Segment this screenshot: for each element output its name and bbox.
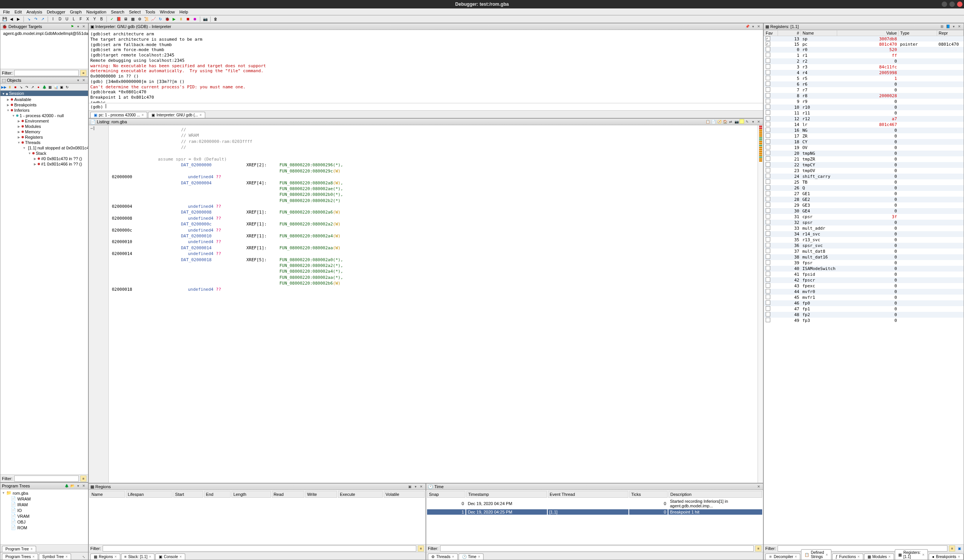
tab-close-icon[interactable]: × (795, 555, 797, 559)
fav-checkbox[interactable] (766, 312, 770, 316)
snapshot-icon[interactable]: 📷 (202, 16, 208, 22)
home-icon[interactable]: 🏠 (722, 119, 728, 124)
fav-checkbox[interactable] (766, 122, 770, 126)
tab-regions[interactable]: ▦Regions× (90, 553, 120, 560)
fav-checkbox[interactable] (766, 53, 770, 57)
fav-checkbox[interactable] (766, 306, 770, 311)
time-row[interactable]: 1Dec 19, 2020 04:25 PM[1.1]0Breakpoint 1… (427, 509, 762, 515)
tree-node-inferior1[interactable]: ▼1 - process 42000 - null (1, 113, 87, 118)
register-row[interactable]: 43fpexc0 (764, 283, 964, 289)
panel-close-icon[interactable]: ✕ (756, 119, 761, 124)
fav-checkbox[interactable] (766, 243, 770, 247)
menu-select[interactable]: Select (127, 10, 142, 14)
register-row[interactable]: 8r82000028 (764, 93, 964, 99)
register-row[interactable]: 34r14_svc0 (764, 231, 964, 237)
fav-checkbox[interactable] (766, 260, 770, 265)
tab-definedstrings[interactable]: 📋Defined Strings× (801, 549, 831, 560)
filter-settings-icon[interactable]: ≡ (949, 545, 955, 552)
panel-close-icon[interactable]: ✕ (81, 78, 86, 83)
fav-checkbox[interactable] (766, 133, 770, 138)
flag-icon[interactable]: ⚑ (70, 24, 75, 29)
fav-checkbox[interactable] (766, 47, 770, 51)
register-row[interactable]: 26Q0 (764, 185, 964, 191)
register-row[interactable]: 46fp00 (764, 300, 964, 306)
chip-icon[interactable]: 🖥 (123, 16, 129, 22)
tab-pc[interactable]: ▣pc: 1 - process 42000 ...× (90, 112, 147, 118)
fav-checkbox[interactable] (766, 36, 770, 41)
register-row[interactable]: 0r0520 (764, 47, 964, 53)
copy-icon[interactable]: 📋 (705, 119, 710, 124)
b-icon[interactable]: B (98, 16, 105, 22)
panel-menu-icon[interactable]: ▾ (75, 24, 81, 29)
fav-checkbox[interactable] (766, 266, 770, 270)
register-row[interactable]: 13sp3007db8 (764, 36, 964, 42)
register-row[interactable]: 2r20 (764, 58, 964, 64)
tree-icon[interactable]: 🌲 (42, 84, 47, 90)
tab-close-icon[interactable]: × (32, 555, 35, 559)
terminal-input-row[interactable]: (gdb) (89, 103, 763, 110)
register-row[interactable]: 4r42005998 (764, 70, 964, 76)
register-row[interactable]: 21tmpZR0 (764, 156, 964, 162)
time-filter-input[interactable] (440, 545, 754, 552)
save-icon[interactable]: 💾 (2, 16, 8, 22)
register-row[interactable]: 20tmpNG0 (764, 151, 964, 156)
prog-tree-item[interactable]: 📄IRAM (1, 502, 87, 507)
panel-menu-icon[interactable]: ▾ (750, 24, 756, 29)
fav-checkbox[interactable] (766, 156, 770, 161)
paste-icon[interactable]: 📄 (711, 119, 716, 124)
panel-close-icon[interactable]: ✕ (419, 484, 424, 489)
forward-icon[interactable]: ▶ (15, 16, 22, 22)
tree-node-thread1[interactable]: ▼[1.1] null stopped at 0x0x0801c470 in ?… (1, 145, 87, 151)
fav-checkbox[interactable] (766, 289, 770, 293)
register-row[interactable]: 3r384c11fc (764, 64, 964, 70)
fav-checkbox[interactable] (766, 197, 770, 201)
register-row[interactable]: 15pc801c470pointer0801c470 (764, 41, 964, 47)
tab-close-icon[interactable]: × (141, 113, 144, 117)
fav-checkbox[interactable] (766, 58, 770, 63)
tree-node-modules[interactable]: ▶Modules (1, 124, 87, 129)
diff-icon[interactable]: ⇄ (728, 119, 733, 124)
tree-node-available[interactable]: ▶Available (1, 97, 87, 102)
register-row[interactable]: 42fpscr0 (764, 277, 964, 283)
tree-root[interactable]: ▼📁rom.gba (1, 490, 87, 496)
fav-checkbox[interactable] (766, 300, 770, 305)
pin-icon[interactable]: 📌 (745, 24, 750, 29)
register-row[interactable]: 31cpsr3f (764, 214, 964, 220)
check-icon[interactable]: ✓ (109, 16, 115, 22)
menu-debugger[interactable]: Debugger (45, 10, 67, 14)
fav-checkbox[interactable] (766, 231, 770, 236)
tab-interpreter[interactable]: ▣Interpreter: GNU gdb (...× (148, 112, 205, 118)
tab-registers[interactable]: ▦Registers: [1.1]× (895, 549, 928, 560)
prog-tree-item[interactable]: 📄OBJ (1, 519, 87, 525)
target-item[interactable]: agent.gdb.model.impl.GdbModelImpl@551dac… (1, 31, 87, 36)
menu-window[interactable]: Window (158, 10, 176, 14)
register-row[interactable]: 35r13_svc0 (764, 237, 964, 243)
register-row[interactable]: 17ZR0 (764, 133, 964, 139)
register-row[interactable]: 38mult_dat160 (764, 254, 964, 260)
u-icon[interactable]: U (64, 16, 70, 22)
register-row[interactable]: 16NG0 (764, 128, 964, 133)
fav-checkbox[interactable] (766, 145, 770, 149)
targets-filter-input[interactable] (14, 70, 79, 76)
tab-console[interactable]: ▣Console× (155, 553, 185, 560)
pause-icon[interactable]: ⏸ (178, 16, 184, 22)
tab-program-trees[interactable]: Program Trees× (2, 553, 38, 560)
fav-checkbox[interactable] (766, 70, 770, 75)
tab-functions[interactable]: ƒFunctions× (832, 553, 863, 560)
fav-checkbox[interactable] (766, 81, 770, 86)
tree-node-stack[interactable]: ▼Stack (1, 151, 87, 156)
console-icon[interactable]: ▣ (59, 84, 64, 90)
tab-close-icon[interactable]: × (30, 547, 33, 551)
book-icon[interactable]: 📘 (945, 24, 951, 29)
register-row[interactable]: 14lr801c467 (764, 122, 964, 128)
filter-settings-icon[interactable]: ≡ (80, 476, 86, 482)
register-row[interactable]: 28GE20 (764, 197, 964, 202)
fav-checkbox[interactable] (766, 272, 770, 276)
fav-checkbox[interactable] (766, 191, 770, 196)
prog-tree-item[interactable]: 📄WRAM (1, 496, 87, 502)
table-icon[interactable]: ▦ (47, 84, 53, 90)
listing-content[interactable]: //// WRAM// ram:02000000-ram:0203ffff//a… (109, 125, 758, 483)
register-row[interactable]: 44mvfr00 (764, 289, 964, 295)
tab-close-icon[interactable]: × (826, 553, 828, 557)
l-icon[interactable]: L (71, 16, 77, 22)
